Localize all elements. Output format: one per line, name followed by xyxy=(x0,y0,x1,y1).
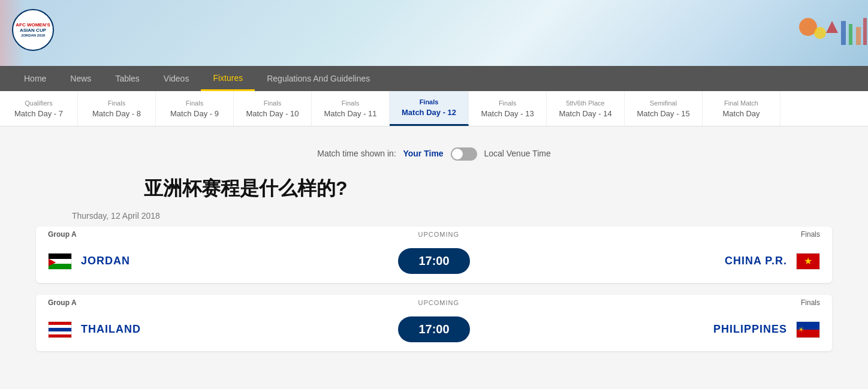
match1-round: Finals xyxy=(801,230,820,239)
match2-home-name: THAILAND xyxy=(81,323,141,336)
tab-md11-category: Finals xyxy=(342,99,359,107)
match2-away-name: PHILIPPINES xyxy=(713,323,787,336)
match1-group: Group A xyxy=(48,230,77,239)
match1-home-name: JORDAN xyxy=(81,255,130,267)
tab-md10[interactable]: Finals Match Day - 10 xyxy=(234,91,312,126)
tab-md16-category: Final Match xyxy=(724,99,758,107)
match-row-1: JORDAN 17:00 CHINA P.R. ★ xyxy=(36,242,832,283)
main-nav: Home News Tables Videos Fixtures Regulat… xyxy=(0,66,868,91)
logo-circle: AFC WOMEN'S ASIAN CUP JORDAN 2018 xyxy=(12,9,54,51)
match-card-1: Group A UPCOMING Finals JORDAN 17:00 CHI… xyxy=(36,227,832,283)
header-decoration-svg xyxy=(796,15,868,63)
match2-status: UPCOMING xyxy=(418,299,460,306)
match1-away-name: CHINA P.R. xyxy=(725,255,787,267)
match1-home-team: JORDAN xyxy=(48,253,398,270)
tab-md11[interactable]: Finals Match Day - 11 xyxy=(312,91,390,126)
tab-md8[interactable]: Finals Match Day - 8 xyxy=(78,91,156,126)
tab-md16-matchday: Match Day xyxy=(722,109,760,118)
watermark-text: 亚洲杯赛程是什么样的? xyxy=(24,170,844,211)
tab-md13-matchday: Match Day - 13 xyxy=(481,109,534,118)
match2-home-team: THAILAND xyxy=(48,321,398,338)
nav-tables[interactable]: Tables xyxy=(103,66,151,91)
svg-point-1 xyxy=(814,27,826,39)
jordan-flag-icon xyxy=(48,253,72,270)
header: AFC WOMEN'S ASIAN CUP JORDAN 2018 xyxy=(0,0,868,66)
match2-time: 17:00 xyxy=(398,316,470,342)
match-card-2: Group A UPCOMING Finals THAILAND 17:00 P… xyxy=(36,295,832,351)
tab-md13[interactable]: Finals Match Day - 13 xyxy=(469,91,547,126)
match1-time: 17:00 xyxy=(398,248,470,274)
tab-md10-matchday: Match Day - 10 xyxy=(246,109,299,118)
tab-md9-matchday: Match Day - 9 xyxy=(170,109,219,118)
tab-md7[interactable]: Qualifiers Match Day - 7 xyxy=(0,91,78,126)
tab-md12-matchday: Match Day - 12 xyxy=(402,108,456,117)
tab-md14[interactable]: 5th/6th Place Match Day - 14 xyxy=(547,91,625,126)
nav-home[interactable]: Home xyxy=(12,66,58,91)
match-card-2-header: Group A UPCOMING Finals xyxy=(36,295,832,310)
logo-afc: AFC WOMEN'S xyxy=(16,22,50,28)
header-deco-right xyxy=(748,0,868,66)
match1-status: UPCOMING xyxy=(418,231,460,238)
tab-md11-matchday: Match Day - 11 xyxy=(324,109,376,118)
svg-rect-6 xyxy=(863,18,867,45)
match2-round: Finals xyxy=(801,298,820,307)
match-day-tabs: Qualifiers Match Day - 7 Finals Match Da… xyxy=(0,91,868,126)
tab-md8-matchday: Match Day - 8 xyxy=(92,109,141,118)
logo-asian: ASIAN CUP xyxy=(20,28,46,34)
tab-md15-category: Semifinal xyxy=(650,99,677,107)
match2-group: Group A xyxy=(48,298,77,307)
toggle-knob xyxy=(452,149,463,159)
match2-away-team: PHILIPPINES xyxy=(470,321,820,338)
match-card-1-header: Group A UPCOMING Finals xyxy=(36,227,832,242)
svg-rect-5 xyxy=(856,27,861,45)
svg-rect-4 xyxy=(849,24,852,45)
tab-md7-category: Qualifiers xyxy=(25,99,52,107)
china-flag-icon: ★ xyxy=(796,253,820,270)
time-label-local: Local Venue Time xyxy=(484,149,550,158)
header-logo: AFC WOMEN'S ASIAN CUP JORDAN 2018 xyxy=(12,9,66,57)
tab-md7-matchday: Match Day - 7 xyxy=(14,109,63,118)
tab-md9[interactable]: Finals Match Day - 9 xyxy=(156,91,234,126)
time-toggle-prefix: Match time shown in: xyxy=(317,149,396,158)
tab-md12[interactable]: Finals Match Day - 12 xyxy=(390,91,469,126)
tab-md13-category: Finals xyxy=(499,99,516,107)
match1-away-team: CHINA P.R. ★ xyxy=(470,253,820,270)
tab-md8-category: Finals xyxy=(108,99,125,107)
tab-md16[interactable]: Final Match Match Day xyxy=(703,91,780,126)
logo-jordan: JORDAN 2018 xyxy=(21,34,45,38)
tab-md12-category: Finals xyxy=(420,98,439,105)
time-toggle-bar: Match time shown in: Your Time Local Ven… xyxy=(24,138,844,170)
svg-marker-2 xyxy=(826,21,838,33)
tab-md10-category: Finals xyxy=(264,99,281,107)
nav-news[interactable]: News xyxy=(58,66,103,91)
time-toggle-switch[interactable] xyxy=(451,147,477,161)
tabs-row: Qualifiers Match Day - 7 Finals Match Da… xyxy=(0,91,868,126)
main-content: Match time shown in: Your Time Local Ven… xyxy=(0,126,868,389)
tab-md9-category: Finals xyxy=(186,99,203,107)
nav-fixtures[interactable]: Fixtures xyxy=(201,66,255,91)
match-row-2: THAILAND 17:00 PHILIPPINES xyxy=(36,310,832,351)
thailand-flag-icon xyxy=(48,321,72,338)
match-date: Thursday, 12 April 2018 xyxy=(72,211,844,221)
philippines-flag-icon xyxy=(796,321,820,338)
tab-md15-matchday: Match Day - 15 xyxy=(637,109,689,118)
tab-md14-matchday: Match Day - 14 xyxy=(559,109,611,118)
time-label-your: Your Time xyxy=(403,149,443,158)
nav-regulations[interactable]: Regulations And Guidelines xyxy=(255,66,382,91)
nav-videos[interactable]: Videos xyxy=(152,66,201,91)
tab-md14-category: 5th/6th Place xyxy=(566,99,604,107)
tab-md15[interactable]: Semifinal Match Day - 15 xyxy=(625,91,703,126)
svg-rect-3 xyxy=(841,21,846,45)
